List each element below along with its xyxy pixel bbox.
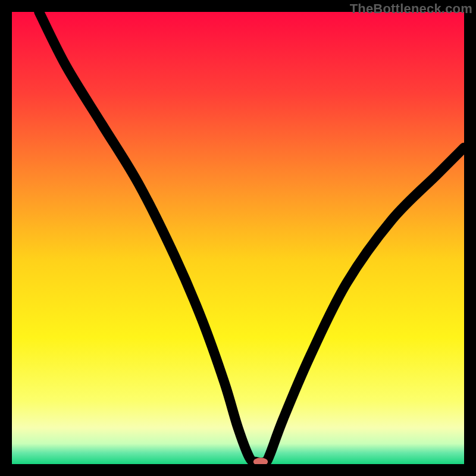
watermark-label: TheBottleneck.com [350, 1, 472, 17]
chart-frame: TheBottleneck.com [0, 0, 476, 476]
plot-area [12, 12, 464, 464]
bottleneck-curve [12, 12, 464, 464]
